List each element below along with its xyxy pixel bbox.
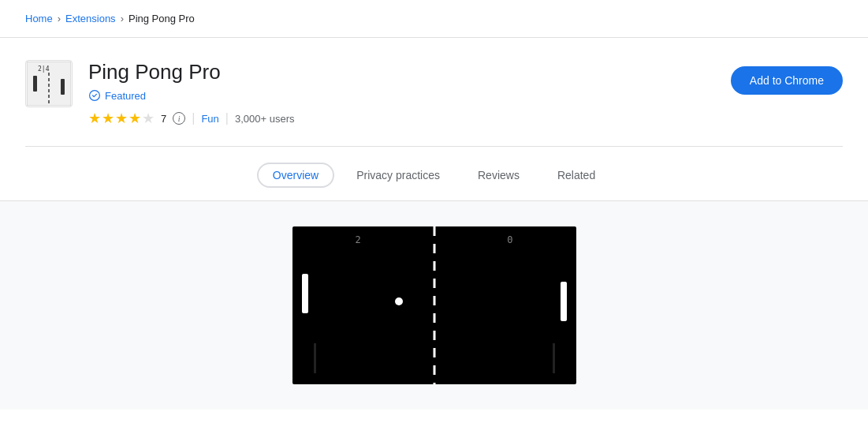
svg-rect-2 [33, 76, 37, 92]
extension-icon: 2|4 [25, 60, 73, 107]
featured-icon [88, 89, 101, 102]
info-icon[interactable]: i [173, 112, 185, 125]
game-paddle-left [302, 274, 308, 313]
divider-dot-2: | [225, 111, 229, 125]
tabs-bar: Overview Privacy practices Reviews Relat… [0, 147, 868, 201]
breadcrumb-home[interactable]: Home [25, 13, 53, 24]
top-bar: Home › Extensions › Ping Pong Pro [0, 0, 868, 38]
breadcrumb-sep-1: › [58, 13, 61, 24]
star-5: ★ [142, 110, 155, 127]
breadcrumb: Home › Extensions › Ping Pong Pro [25, 13, 195, 24]
rating-count: 7 [161, 113, 166, 125]
tab-overview[interactable]: Overview [257, 163, 334, 188]
main-content: 2|4 Ping Pong Pro [0, 38, 868, 147]
game-score-left: 2 [356, 234, 361, 245]
rating-row: ★ ★ ★ ★ ★ 7 i | Fun | 3,000+ users [88, 110, 294, 127]
star-3: ★ [115, 110, 128, 127]
star-1: ★ [88, 110, 101, 127]
breadcrumb-current: Ping Pong Pro [129, 13, 195, 24]
featured-label: Featured [105, 90, 146, 102]
star-2: ★ [102, 110, 114, 127]
breadcrumb-extensions[interactable]: Extensions [65, 13, 116, 24]
extension-title: Ping Pong Pro [88, 60, 294, 84]
featured-badge[interactable]: Featured [88, 89, 294, 102]
tab-reviews[interactable]: Reviews [462, 163, 535, 188]
svg-text:2|4: 2|4 [38, 65, 50, 73]
extension-info: 2|4 Ping Pong Pro [25, 60, 294, 127]
svg-rect-3 [61, 79, 65, 95]
game-screenshot: 2 0 [292, 226, 576, 384]
game-center-line [433, 226, 435, 384]
user-count: 3,000+ users [235, 113, 295, 125]
category-link[interactable]: Fun [201, 113, 218, 125]
star-4: ★ [129, 110, 141, 127]
breadcrumb-sep-2: › [121, 13, 124, 24]
add-to-chrome-button[interactable]: Add to Chrome [731, 66, 843, 95]
game-paddle-right [561, 282, 567, 321]
extension-details: Ping Pong Pro Featured ★ ★ ★ ★ ★ [88, 60, 294, 127]
game-notch-left [292, 343, 316, 373]
tab-privacy[interactable]: Privacy practices [341, 163, 456, 188]
extension-header: 2|4 Ping Pong Pro [25, 60, 843, 147]
tab-related[interactable]: Related [542, 163, 611, 188]
game-ball [395, 297, 403, 305]
divider-dot: | [192, 111, 195, 125]
game-notch-right [553, 343, 576, 373]
content-area: 2 0 [0, 201, 868, 410]
game-score-right: 0 [507, 234, 512, 245]
stars: ★ ★ ★ ★ ★ [88, 110, 155, 127]
